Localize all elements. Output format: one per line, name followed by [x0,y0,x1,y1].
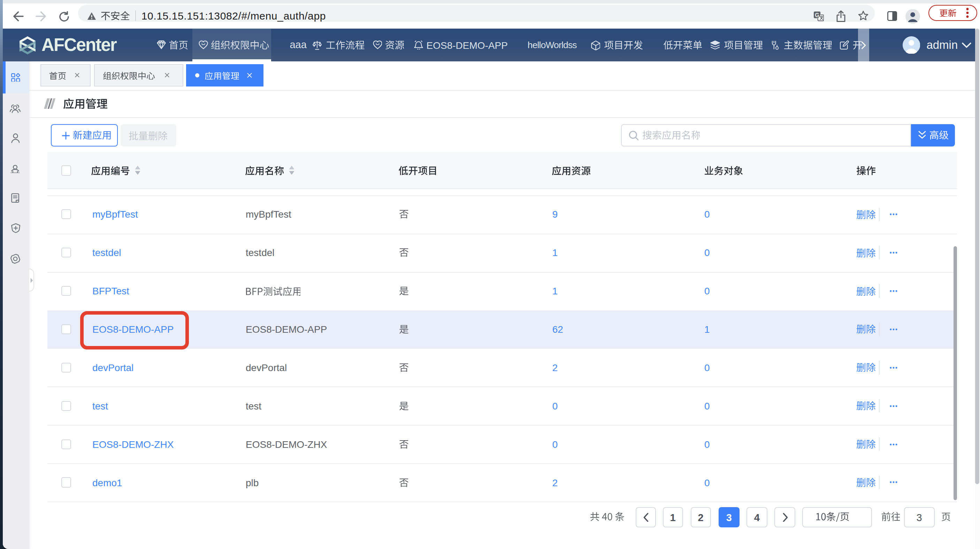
svg-text:G: G [815,12,819,18]
